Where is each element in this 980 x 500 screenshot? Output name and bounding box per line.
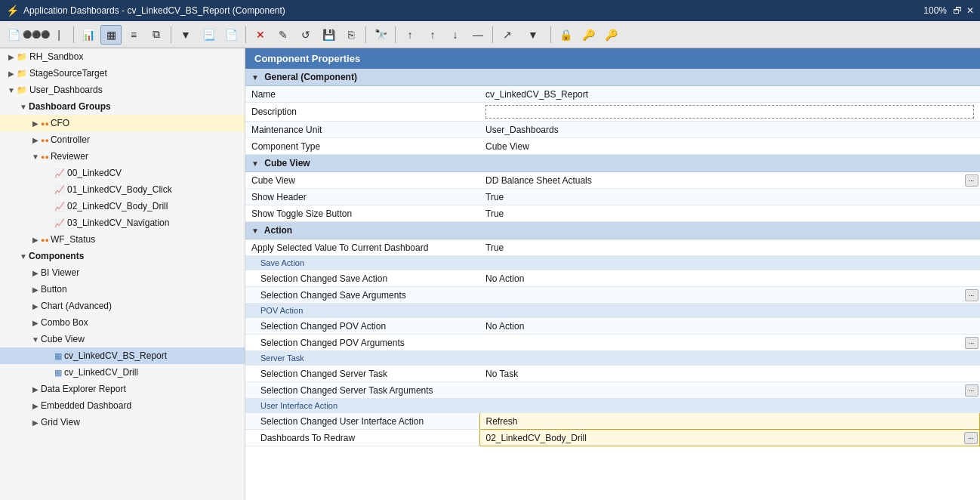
tree-item-controller[interactable]: ▶ Controller bbox=[0, 131, 245, 148]
tree-item-stage[interactable]: ▶ 📁 StageSourceTarget bbox=[0, 65, 245, 82]
label-rh-sandbox: RH_Sandbox bbox=[29, 51, 83, 62]
tree-item-bi-viewer[interactable]: ▶ BI Viewer bbox=[0, 264, 245, 281]
tree-item-cube-view[interactable]: ▼ Cube View bbox=[0, 331, 245, 347]
toggle-wf[interactable]: ▶ bbox=[30, 236, 41, 244]
filter-button[interactable]: ▼ bbox=[175, 25, 196, 45]
tree-item-button[interactable]: ▶ Button bbox=[0, 281, 245, 298]
toggle-rh-sandbox[interactable]: ▶ bbox=[6, 53, 17, 61]
label-cube-view: Cube View bbox=[41, 334, 85, 344]
save-button[interactable]: 💾 bbox=[318, 25, 339, 45]
section-action[interactable]: ▼ Action bbox=[245, 222, 980, 239]
tree-item-cv-drill[interactable]: ▦ cv_LinkedCV_Drill bbox=[0, 364, 245, 381]
save-args-dots-button[interactable]: ··· bbox=[965, 289, 978, 301]
dropdown-button[interactable]: ▼ bbox=[519, 25, 547, 45]
tree-item-combo-box[interactable]: ▶ Combo Box bbox=[0, 314, 245, 331]
tree-item-embedded-dashboard[interactable]: ▶ Embedded Dashboard bbox=[0, 397, 245, 414]
tree-item-01-linked[interactable]: 📈 01_LinkedCV_Body_Click bbox=[0, 181, 245, 198]
up2-button[interactable]: ↑ bbox=[422, 25, 443, 45]
tree-item-user-dashboards[interactable]: ▼ 📁 User_Dashboards bbox=[0, 82, 245, 98]
delete-button[interactable]: ✕ bbox=[250, 25, 271, 45]
toggle-stage[interactable]: ▶ bbox=[6, 69, 17, 78]
prop-sel-pov-args-cell[interactable]: ··· bbox=[479, 335, 980, 351]
description-input[interactable] bbox=[485, 105, 974, 119]
down-button[interactable]: ↓ bbox=[445, 25, 466, 45]
dash-button[interactable]: — bbox=[467, 25, 488, 45]
prop-sel-pov-row: Selection Changed POV Action No Action bbox=[245, 318, 980, 335]
sub-section-save: Save Action bbox=[245, 256, 980, 270]
undo-button[interactable]: ↺ bbox=[295, 25, 316, 45]
toggle-cfo[interactable]: ▶ bbox=[30, 119, 41, 128]
saveas-button[interactable]: ⎘ bbox=[341, 25, 362, 45]
tree-item-cv-bs-report[interactable]: ▦ cv_LinkedCV_BS_Report bbox=[0, 347, 245, 364]
tree-item-chart-advanced[interactable]: ▶ Chart (Advanced) bbox=[0, 298, 245, 314]
toggle-bi-viewer[interactable]: ▶ bbox=[30, 269, 41, 277]
page-button[interactable]: 📃 bbox=[198, 25, 219, 45]
tree-item-dashboard-groups[interactable]: ▼ Dashboard Groups bbox=[0, 98, 245, 115]
tree-item-components[interactable]: ▼ Components bbox=[0, 248, 245, 264]
toggle-controller[interactable]: ▶ bbox=[30, 136, 41, 144]
section-cube-view[interactable]: ▼ Cube View bbox=[245, 155, 980, 172]
prop-sel-pov-label: Selection Changed POV Action bbox=[245, 318, 479, 335]
toggle-user-dashboards[interactable]: ▼ bbox=[6, 86, 17, 94]
edit-button[interactable]: ✎ bbox=[273, 25, 294, 45]
lock-button[interactable]: 🔒 bbox=[555, 25, 576, 45]
tree-item-00-linked[interactable]: 📈 00_LinkedCV bbox=[0, 165, 245, 181]
tree-item-grid-view[interactable]: ▶ Grid View bbox=[0, 414, 245, 431]
app-icon: ⚡ bbox=[6, 5, 19, 17]
cube-view-dots-button[interactable]: ··· bbox=[965, 174, 978, 187]
list-button[interactable]: ≡ bbox=[123, 25, 144, 45]
left-panel: ▶ 📁 RH_Sandbox ▶ 📁 StageSourceTarget ▼ 📁… bbox=[0, 48, 245, 500]
toggle-combo-box[interactable]: ▶ bbox=[30, 319, 41, 327]
toggle-reviewer[interactable]: ▼ bbox=[30, 153, 41, 161]
section-general[interactable]: ▼ General (Component) bbox=[245, 69, 980, 86]
grid-button[interactable]: ▦ bbox=[100, 25, 122, 45]
copy-button[interactable]: ⧉ bbox=[146, 25, 167, 45]
tree-item-02-linked[interactable]: 📈 02_LinkedCV_Body_Drill bbox=[0, 198, 245, 215]
prop-dashboards-redraw-label: Dashboards To Redraw bbox=[245, 430, 479, 446]
chart-button[interactable]: 📊 bbox=[78, 25, 99, 45]
toggle-embedded[interactable]: ▶ bbox=[30, 402, 41, 410]
label-stage: StageSourceTarget bbox=[29, 68, 107, 79]
prop-description-cell[interactable] bbox=[479, 103, 980, 122]
window-restore-icon[interactable]: 🗗 bbox=[953, 5, 962, 16]
up-button[interactable]: ↑ bbox=[399, 25, 421, 45]
dot-icon-wf bbox=[41, 234, 51, 245]
search-button[interactable]: 🔭 bbox=[370, 25, 391, 45]
toggle-cube-view[interactable]: ▼ bbox=[30, 335, 41, 344]
sep-7 bbox=[550, 26, 551, 43]
new-button[interactable]: 📄 bbox=[3, 25, 24, 45]
toggle-chart-advanced[interactable]: ▶ bbox=[30, 302, 41, 310]
sub-section-pov: POV Action bbox=[245, 304, 980, 318]
pipe-button[interactable]: | bbox=[48, 25, 69, 45]
prop-sel-server-args-cell[interactable]: ··· bbox=[479, 382, 980, 399]
tree-item-wf-status[interactable]: ▶ WF_Status bbox=[0, 231, 245, 248]
tree-item-03-linked[interactable]: 📈 03_LinkedCV_Navigation bbox=[0, 215, 245, 231]
window-close-icon[interactable]: ✕ bbox=[966, 5, 974, 16]
section-action-label: ▼ Action bbox=[245, 222, 980, 239]
tree-item-reviewer[interactable]: ▼ Reviewer bbox=[0, 148, 245, 165]
prop-sel-ui-value[interactable]: Refresh bbox=[479, 413, 980, 430]
pov-args-dots-button[interactable]: ··· bbox=[965, 337, 978, 349]
tree-item-rh-sandbox[interactable]: ▶ 📁 RH_Sandbox bbox=[0, 48, 245, 65]
tree-item-data-explorer[interactable]: ▶ Data Explorer Report bbox=[0, 381, 245, 397]
page2-button[interactable]: 📄 bbox=[220, 25, 242, 45]
prop-sel-pov-args-row: Selection Changed POV Arguments ··· bbox=[245, 335, 980, 351]
toggle-dashboard-groups[interactable]: ▼ bbox=[18, 103, 29, 111]
prop-sel-save-args-cell[interactable]: ··· bbox=[479, 287, 980, 304]
prop-name-label: Name bbox=[245, 86, 479, 103]
toggle-components[interactable]: ▼ bbox=[18, 252, 29, 261]
key2-button[interactable]: 🔑 bbox=[600, 25, 621, 45]
circles-button[interactable]: ⚫⚫⚫ bbox=[26, 25, 47, 45]
tree-item-cfo[interactable]: ▶ CFO bbox=[0, 115, 245, 131]
toggle-data-explorer[interactable]: ▶ bbox=[30, 385, 41, 394]
toggle-grid-view[interactable]: ▶ bbox=[30, 418, 41, 427]
redraw-dots-button[interactable]: ··· bbox=[964, 432, 978, 444]
server-args-dots-button[interactable]: ··· bbox=[965, 384, 978, 397]
prop-cube-view-cell[interactable]: DD Balance Sheet Actuals ··· bbox=[479, 172, 980, 189]
export-button[interactable]: ↗ bbox=[497, 25, 518, 45]
toggle-button[interactable]: ▶ bbox=[30, 285, 41, 294]
prop-dashboards-redraw-cell[interactable]: 02_LinkedCV_Body_Drill ··· bbox=[479, 430, 980, 446]
sep-5 bbox=[395, 26, 396, 43]
prop-sel-save-value: No Action bbox=[479, 270, 980, 287]
key-button[interactable]: 🔑 bbox=[578, 25, 599, 45]
